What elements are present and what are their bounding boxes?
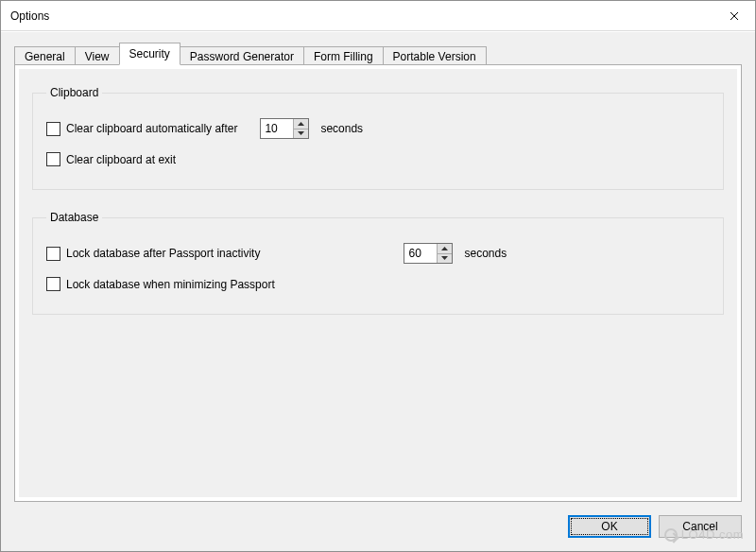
spin-down-clear-clipboard[interactable] — [294, 129, 308, 139]
spinner-lock-inactivity-seconds[interactable] — [404, 243, 453, 264]
tab-view[interactable]: View — [75, 46, 120, 66]
close-button[interactable] — [713, 2, 755, 30]
checkbox-lock-inactivity[interactable] — [46, 247, 60, 261]
spin-up-lock-inactivity[interactable] — [438, 244, 452, 254]
tab-form-filling[interactable]: Form Filling — [303, 46, 384, 66]
checkbox-lock-minimize[interactable] — [46, 277, 60, 291]
client-area: General View Security Password Generator… — [1, 31, 755, 551]
tab-password-generator[interactable]: Password Generator — [180, 46, 304, 66]
chevron-down-icon — [298, 131, 304, 135]
spinner-clear-clipboard-seconds[interactable] — [260, 118, 309, 139]
cancel-button[interactable]: Cancel — [659, 515, 742, 538]
checkbox-clear-clipboard-exit[interactable] — [46, 152, 60, 166]
tab-content: Clipboard Clear clipboard automatically … — [19, 69, 737, 497]
row-lock-inactivity: Lock database after Passport inactivity … — [46, 243, 710, 264]
input-lock-inactivity-seconds[interactable] — [404, 244, 437, 263]
titlebar: Options — [1, 1, 755, 31]
row-clear-clipboard-after: Clear clipboard automatically after seco… — [46, 118, 710, 139]
row-lock-minimize: Lock database when minimizing Passport — [46, 277, 710, 291]
chevron-down-icon — [441, 256, 448, 260]
spin-up-clear-clipboard[interactable] — [294, 119, 308, 129]
tab-security[interactable]: Security — [119, 43, 180, 65]
label-clear-clipboard-exit: Clear clipboard at exit — [66, 153, 176, 166]
group-clipboard: Clipboard Clear clipboard automatically … — [32, 86, 724, 190]
options-window: Options General View Security Password G… — [0, 0, 756, 552]
checkbox-clear-clipboard-after[interactable] — [46, 122, 60, 136]
close-icon — [730, 11, 739, 21]
ok-button[interactable]: OK — [568, 515, 651, 538]
spin-down-lock-inactivity[interactable] — [438, 254, 452, 264]
group-clipboard-legend: Clipboard — [46, 86, 102, 99]
group-database-legend: Database — [46, 211, 102, 224]
chevron-up-icon — [298, 122, 304, 126]
label-clear-clipboard-after: Clear clipboard automatically after — [66, 122, 237, 135]
tab-panel-security: Clipboard Clear clipboard automatically … — [14, 64, 742, 502]
input-clear-clipboard-seconds[interactable] — [261, 119, 293, 138]
button-bar: OK Cancel — [568, 515, 742, 538]
chevron-up-icon — [441, 247, 448, 250]
suffix-clear-clipboard-seconds: seconds — [320, 122, 363, 135]
tab-general[interactable]: General — [14, 46, 76, 66]
suffix-lock-inactivity-seconds: seconds — [464, 247, 507, 260]
label-lock-minimize: Lock database when minimizing Passport — [66, 278, 275, 291]
window-title: Options — [10, 9, 49, 23]
tabstrip: General View Security Password Generator… — [14, 43, 742, 65]
row-clear-clipboard-exit: Clear clipboard at exit — [46, 152, 710, 166]
label-lock-inactivity: Lock database after Passport inactivity — [66, 247, 260, 260]
group-database: Database Lock database after Passport in… — [32, 211, 724, 315]
tab-portable-version[interactable]: Portable Version — [383, 46, 487, 66]
